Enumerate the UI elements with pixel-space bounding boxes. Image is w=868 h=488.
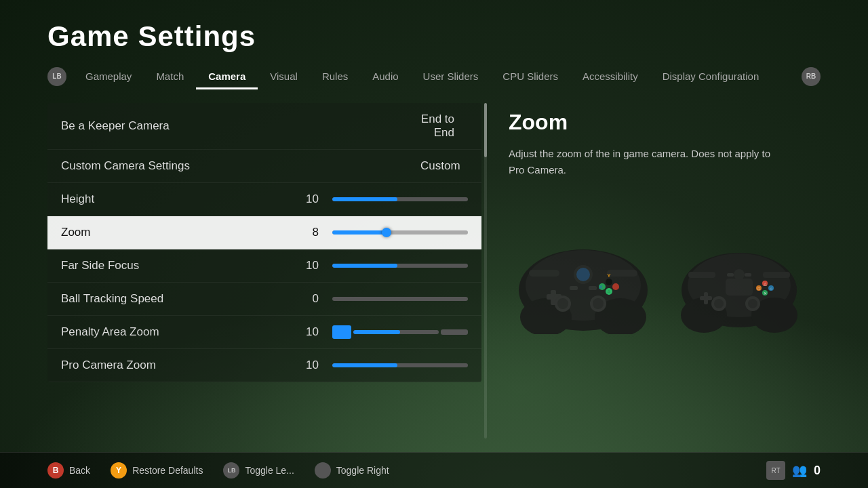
svg-rect-30 <box>700 296 712 300</box>
setting-value: End to End <box>420 113 454 140</box>
xbox-controller-icon: Y B A X <box>509 226 658 334</box>
lb-button[interactable]: LB <box>47 67 66 86</box>
svg-point-43 <box>734 269 745 280</box>
svg-rect-47 <box>745 273 751 277</box>
svg-point-5 <box>576 268 590 281</box>
svg-text:B: B <box>615 284 619 290</box>
ps-controller-icon: △ ○ ✕ □ <box>671 232 807 334</box>
svg-text:X: X <box>599 284 603 290</box>
players-icon: 👥 <box>792 463 807 478</box>
svg-text:△: △ <box>764 282 767 286</box>
rb-icon <box>315 462 331 479</box>
setting-name: Zoom <box>61 226 285 239</box>
rb-button[interactable]: RB <box>802 67 821 86</box>
tab-rules[interactable]: Rules <box>310 66 360 86</box>
toggle-left-label: Toggle Le... <box>245 465 294 476</box>
svg-text:Y: Y <box>607 272 611 279</box>
svg-rect-16 <box>529 270 559 277</box>
setting-value: 10 <box>285 192 319 206</box>
svg-rect-45 <box>763 272 790 278</box>
setting-penalty-area-zoom[interactable]: Penalty Area Zoom 10 <box>47 316 481 349</box>
zoom-slider[interactable] <box>332 228 468 237</box>
back-label: Back <box>69 465 90 476</box>
svg-point-15 <box>593 298 604 309</box>
toggle-left-action[interactable]: LB Toggle Le... <box>223 462 294 479</box>
toggle-right-action[interactable]: Toggle Right <box>315 462 389 479</box>
svg-text:✕: ✕ <box>764 291 767 296</box>
tab-cpu-sliders[interactable]: CPU Sliders <box>490 66 570 86</box>
tab-accessibility[interactable]: Accessibility <box>570 66 650 86</box>
slider-fill <box>332 230 387 235</box>
tab-audio[interactable]: Audio <box>360 66 410 86</box>
slider-fill <box>332 363 397 367</box>
tab-gameplay[interactable]: Gameplay <box>73 66 144 86</box>
header: Game Settings LB Gameplay Match Camera V… <box>0 0 868 89</box>
height-slider[interactable] <box>332 195 468 203</box>
pro-camera-zoom-slider[interactable] <box>332 361 468 369</box>
slider-track <box>353 330 439 334</box>
setting-pro-camera-zoom[interactable]: Pro Camera Zoom 10 <box>47 349 481 382</box>
tab-visual[interactable]: Visual <box>258 66 310 86</box>
setting-value: 8 <box>285 226 319 239</box>
bottom-right: RT 👥 0 <box>766 461 821 480</box>
svg-text:□: □ <box>757 287 760 291</box>
tab-bar: LB Gameplay Match Camera Visual Rules Au… <box>47 66 821 89</box>
setting-value: Custom <box>420 159 454 173</box>
main-content: Be a Keeper Camera End to End Custom Cam… <box>0 89 868 452</box>
svg-rect-28 <box>726 279 753 296</box>
slider-track <box>332 197 468 201</box>
slider-fill <box>332 264 397 268</box>
restore-defaults-action[interactable]: Y Restore Defaults <box>111 462 203 479</box>
setting-name: Far Side Focus <box>61 259 285 272</box>
svg-text:A: A <box>607 289 611 295</box>
setting-height[interactable]: Height 10 <box>47 183 481 216</box>
svg-point-13 <box>557 298 568 309</box>
svg-point-8 <box>606 279 612 285</box>
svg-point-40 <box>714 299 724 308</box>
setting-ball-tracking-speed[interactable]: Ball Tracking Speed 0 <box>47 283 481 316</box>
setting-value: 10 <box>285 259 319 272</box>
svg-rect-17 <box>607 270 637 277</box>
settings-list: Be a Keeper Camera End to End Custom Cam… <box>47 103 481 382</box>
controllers-area: Y B A X <box>509 199 821 334</box>
slider-fill <box>332 197 397 201</box>
setting-far-side-focus[interactable]: Far Side Focus 10 <box>47 249 481 283</box>
penalty-zoom-slider[interactable] <box>332 328 468 336</box>
setting-custom-camera[interactable]: Custom Camera Settings Custom <box>47 150 481 183</box>
far-side-focus-slider[interactable] <box>332 262 468 270</box>
tab-user-sliders[interactable]: User Sliders <box>411 66 491 86</box>
setting-value: 10 <box>285 325 319 339</box>
ball-tracking-speed-slider[interactable] <box>332 295 468 303</box>
slider-fill <box>353 330 400 334</box>
y-button-icon: Y <box>111 462 127 479</box>
description-text: Adjust the zoom of the in game camera. D… <box>509 146 780 178</box>
lb-icon: LB <box>223 462 239 479</box>
slider-track <box>332 264 468 268</box>
tab-camera[interactable]: Camera <box>196 66 258 86</box>
back-action[interactable]: B Back <box>47 462 90 479</box>
setting-name: Penalty Area Zoom <box>61 325 285 339</box>
toggle-right-label: Toggle Right <box>336 465 389 476</box>
svg-point-42 <box>748 299 757 308</box>
scrollbar[interactable] <box>484 103 487 439</box>
slider-track <box>332 297 468 301</box>
svg-rect-23 <box>589 286 597 290</box>
setting-zoom[interactable]: Zoom 8 <box>47 216 481 249</box>
setting-name: Pro Camera Zoom <box>61 359 285 372</box>
slider-thumb <box>382 228 391 237</box>
setting-name: Be a Keeper Camera <box>61 119 420 133</box>
tab-match[interactable]: Match <box>144 66 196 86</box>
svg-rect-44 <box>688 272 715 278</box>
scrollbar-thumb <box>484 103 487 157</box>
restore-defaults-label: Restore Defaults <box>132 465 203 476</box>
tab-display-configuration[interactable]: Display Configuration <box>650 66 772 86</box>
setting-name: Height <box>61 192 285 206</box>
slider-track <box>332 230 468 235</box>
bottom-bar: B Back Y Restore Defaults LB Toggle Le..… <box>0 452 868 488</box>
setting-be-keeper-camera[interactable]: Be a Keeper Camera End to End <box>47 103 481 150</box>
settings-panel: Be a Keeper Camera End to End Custom Cam… <box>47 103 481 439</box>
description-panel: Zoom Adjust the zoom of the in game came… <box>509 103 821 439</box>
svg-rect-22 <box>570 286 578 290</box>
page-title: Game Settings <box>47 20 821 53</box>
description-title: Zoom <box>509 110 821 135</box>
